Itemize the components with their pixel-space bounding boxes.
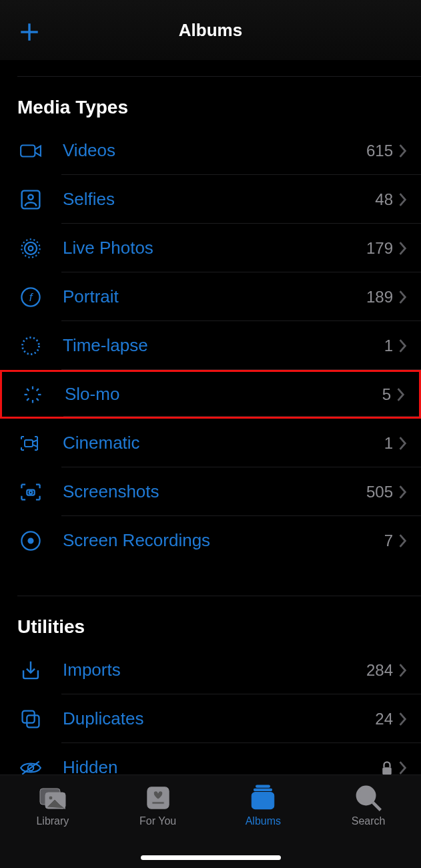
row-count: 1 <box>384 434 393 453</box>
for-you-icon <box>143 785 173 811</box>
row-portrait[interactable]: f Portrait 189 <box>0 272 421 321</box>
chevron-right-icon <box>398 712 408 726</box>
svg-rect-35 <box>254 789 272 791</box>
row-count: 615 <box>366 142 393 160</box>
svg-line-16 <box>27 398 29 400</box>
row-label: Slo-mo <box>65 384 382 405</box>
svg-point-5 <box>29 246 33 250</box>
row-time-lapse[interactable]: Time-lapse 1 <box>0 321 421 370</box>
row-cinematic[interactable]: Cinematic 1 <box>0 419 421 467</box>
svg-point-23 <box>29 538 33 543</box>
row-label: Imports <box>63 660 366 680</box>
screen-recordings-icon <box>17 527 44 554</box>
selfies-icon <box>17 186 44 213</box>
row-count: 189 <box>366 288 393 306</box>
chevron-right-icon <box>396 387 406 402</box>
navbar-title: Albums <box>179 20 242 41</box>
home-indicator[interactable] <box>141 855 281 860</box>
albums-icon <box>248 785 278 811</box>
timelapse-icon <box>17 333 44 359</box>
chevron-right-icon <box>398 663 408 678</box>
row-count: 284 <box>366 661 393 680</box>
row-count: 179 <box>366 239 393 258</box>
row-live-photos[interactable]: Live Photos 179 <box>0 224 421 272</box>
tab-albums[interactable]: Albums <box>223 785 303 827</box>
svg-rect-28 <box>382 767 392 775</box>
cinematic-icon <box>17 430 44 457</box>
svg-rect-19 <box>25 440 33 447</box>
tab-library[interactable]: Library <box>13 785 93 827</box>
row-label: Duplicates <box>63 708 375 729</box>
tab-search[interactable]: Search <box>328 785 408 827</box>
section-header-media-types: Media Types <box>0 77 421 126</box>
row-count: 7 <box>384 531 393 550</box>
svg-rect-2 <box>21 145 35 156</box>
row-count: 505 <box>366 483 393 501</box>
row-label: Screen Recordings <box>63 530 384 551</box>
chevron-right-icon <box>398 144 408 158</box>
svg-text:f: f <box>29 290 34 303</box>
row-count: 1 <box>384 337 393 355</box>
chevron-right-icon <box>398 485 408 499</box>
row-count: 24 <box>375 710 393 728</box>
chevron-right-icon <box>398 339 408 353</box>
chevron-right-icon <box>398 290 408 304</box>
svg-point-4 <box>28 194 33 199</box>
live-photos-icon <box>17 235 44 262</box>
search-icon <box>353 785 384 811</box>
row-videos[interactable]: Videos 615 <box>0 126 421 175</box>
row-label: Live Photos <box>63 238 366 258</box>
screenshots-icon <box>17 479 44 505</box>
svg-rect-24 <box>23 710 35 722</box>
svg-line-38 <box>373 803 381 811</box>
svg-line-14 <box>37 398 39 400</box>
row-slo-mo[interactable]: Slo-mo 5 <box>0 370 421 419</box>
content: Media Types Videos 615 Selfies 48 Live P… <box>0 60 421 792</box>
chevron-right-icon <box>398 192 408 207</box>
tab-label: Search <box>352 815 386 827</box>
chevron-right-icon <box>398 761 408 775</box>
row-count: 48 <box>375 190 393 209</box>
svg-point-6 <box>25 242 37 254</box>
imports-icon <box>17 657 44 684</box>
svg-point-10 <box>23 337 39 354</box>
svg-point-21 <box>29 491 33 494</box>
svg-rect-33 <box>151 802 163 804</box>
svg-line-18 <box>27 389 29 391</box>
chevron-right-icon <box>398 533 408 548</box>
chevron-right-icon <box>398 436 408 451</box>
svg-line-12 <box>37 389 39 391</box>
lock-icon <box>381 761 393 775</box>
tab-bar: Library For You Albums Search <box>0 775 421 868</box>
svg-point-37 <box>358 787 374 804</box>
slomo-icon <box>19 381 46 408</box>
tab-label: Albums <box>246 815 281 827</box>
tab-label: Library <box>36 815 69 827</box>
row-label: Videos <box>63 140 366 161</box>
row-screenshots[interactable]: Screenshots 505 <box>0 467 421 516</box>
row-imports[interactable]: Imports 284 <box>0 646 421 694</box>
row-count: 5 <box>382 385 391 404</box>
row-label: Cinematic <box>63 433 384 453</box>
row-selfies[interactable]: Selfies 48 <box>0 175 421 224</box>
row-label: Screenshots <box>63 481 366 502</box>
row-label: Selfies <box>63 189 375 210</box>
navbar: Albums <box>0 0 421 60</box>
row-label: Portrait <box>63 286 366 307</box>
video-icon <box>17 138 44 164</box>
tab-for-you[interactable]: For You <box>118 785 198 827</box>
library-icon <box>37 785 68 811</box>
svg-rect-36 <box>252 793 274 809</box>
chevron-right-icon <box>398 241 408 256</box>
row-screen-recordings[interactable]: Screen Recordings 7 <box>0 516 421 565</box>
svg-point-31 <box>49 796 53 800</box>
add-button[interactable] <box>16 19 43 45</box>
section-header-utilities: Utilities <box>0 596 421 646</box>
portrait-icon: f <box>17 284 44 310</box>
tab-label: For You <box>139 815 176 827</box>
svg-rect-34 <box>256 785 270 787</box>
svg-rect-25 <box>27 715 39 727</box>
row-duplicates[interactable]: Duplicates 24 <box>0 694 421 743</box>
duplicates-icon <box>17 706 44 732</box>
row-label: Time-lapse <box>63 335 384 356</box>
